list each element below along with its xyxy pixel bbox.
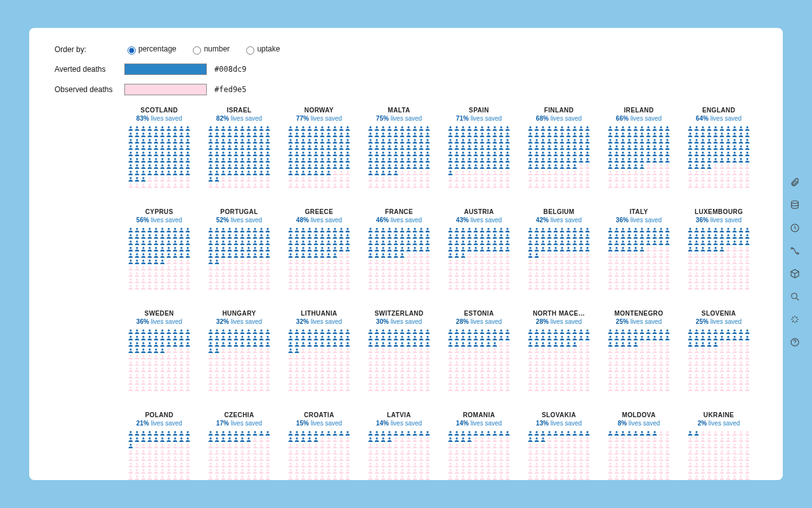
observed-person-icon [540, 175, 546, 182]
averted-person-icon [613, 429, 620, 436]
observed-person-icon [185, 474, 191, 480]
averted-person-icon [214, 328, 220, 334]
observed-person-icon [664, 245, 671, 251]
averted-person-icon [540, 436, 546, 442]
averted-person-icon [473, 239, 479, 245]
observed-person-icon [367, 264, 374, 271]
observed-person-icon [454, 264, 460, 271]
averted-person-icon [239, 245, 246, 251]
observed-person-icon [185, 283, 191, 290]
averted-person-icon [700, 131, 706, 137]
averted-person-icon [447, 245, 454, 251]
averted-person-icon [258, 232, 265, 239]
observed-person-icon [134, 474, 140, 480]
observed-person-icon [664, 271, 671, 277]
observed-person-icon [226, 347, 233, 353]
averted-person-icon [252, 334, 258, 340]
observed-person-icon [319, 442, 325, 448]
observed-person-icon [338, 175, 344, 182]
pictogram-grid [447, 226, 511, 290]
observed-person-icon [454, 359, 460, 366]
radio-uptake[interactable]: uptake [243, 44, 280, 53]
observed-person-icon [639, 366, 645, 372]
attachment-icon[interactable] [789, 177, 801, 188]
observed-person-icon [287, 366, 294, 372]
observed-person-icon [584, 442, 591, 448]
observed-person-icon [226, 175, 233, 182]
observed-person-icon [338, 264, 344, 271]
observed-person-icon [239, 366, 246, 372]
observed-person-icon [712, 251, 719, 258]
averted-person-icon [744, 328, 750, 334]
averted-color-swatch[interactable] [124, 64, 207, 75]
averted-person-icon [226, 131, 233, 137]
observed-person-icon [374, 372, 380, 378]
observed-person-icon [553, 455, 559, 461]
cube-icon[interactable] [789, 268, 801, 279]
averted-person-icon [454, 340, 460, 347]
database-icon[interactable] [789, 199, 801, 211]
observed-person-icon [166, 353, 172, 359]
averted-person-icon [393, 232, 399, 239]
averted-person-icon [405, 429, 412, 436]
observed-person-icon [553, 353, 559, 359]
observed-person-icon [639, 169, 645, 175]
observed-person-icon [738, 429, 744, 436]
averted-person-icon [159, 334, 166, 340]
radio-percentage[interactable]: percentage [124, 44, 176, 53]
observed-person-icon [166, 271, 172, 277]
observed-person-icon [546, 448, 553, 455]
observed-person-icon [584, 264, 591, 271]
observed-person-icon [572, 461, 578, 467]
radio-number[interactable]: number [190, 44, 230, 53]
pictogram-grid [207, 328, 271, 391]
observed-person-icon [332, 283, 338, 290]
observed-person-icon [607, 366, 613, 372]
averted-person-icon [252, 239, 258, 245]
observed-person-icon [645, 442, 652, 448]
averted-person-icon [546, 245, 553, 251]
observed-person-icon [405, 347, 412, 353]
observed-person-icon [405, 353, 412, 359]
country-cell: MOLDOVA8% lives saved [604, 411, 674, 480]
observed-person-icon [258, 347, 265, 353]
observed-person-icon [294, 283, 300, 290]
averted-person-icon [399, 251, 405, 258]
averted-person-icon [738, 144, 744, 150]
observed-person-icon [725, 385, 731, 391]
sparkles-icon[interactable] [789, 314, 801, 325]
averted-person-icon [325, 131, 332, 137]
observed-person-icon [607, 461, 613, 467]
observed-person-icon [700, 372, 706, 378]
averted-person-icon [325, 232, 332, 239]
averted-person-icon [447, 429, 454, 436]
observed-color-swatch[interactable] [124, 84, 207, 95]
averted-person-icon [731, 226, 738, 232]
clock-icon[interactable] [789, 222, 801, 234]
observed-person-icon [300, 474, 306, 480]
curve-icon[interactable] [789, 245, 801, 257]
observed-person-icon [454, 474, 460, 480]
observed-person-icon [214, 378, 220, 385]
country-cell: ESTONIA28% lives saved [444, 310, 514, 391]
search-icon[interactable] [789, 291, 801, 302]
observed-person-icon [454, 455, 460, 461]
observed-person-icon [473, 283, 479, 290]
averted-person-icon [639, 239, 645, 245]
averted-person-icon [338, 131, 344, 137]
observed-person-icon [553, 283, 559, 290]
observed-person-icon [572, 467, 578, 474]
observed-person-icon [719, 264, 725, 271]
averted-person-icon [639, 328, 645, 334]
observed-person-icon [153, 467, 159, 474]
averted-person-icon [166, 251, 172, 258]
averted-person-icon [460, 150, 466, 156]
observed-person-icon [584, 474, 591, 480]
help-icon[interactable] [789, 337, 801, 348]
averted-person-icon [706, 156, 712, 163]
observed-person-icon [447, 353, 454, 359]
averted-person-icon [652, 156, 658, 163]
observed-person-icon [140, 461, 147, 467]
observed-person-icon [565, 264, 572, 271]
observed-person-icon [460, 264, 466, 271]
